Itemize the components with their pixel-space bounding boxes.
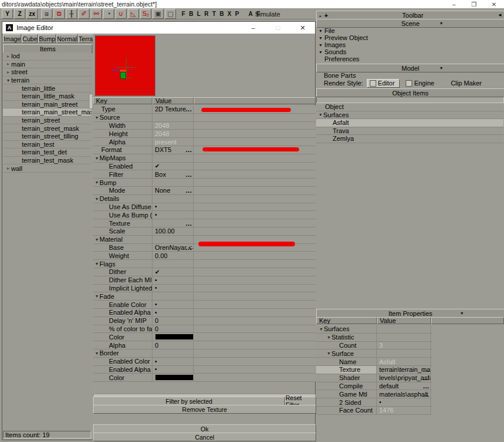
letter-button-7-P[interactable]: P xyxy=(233,9,241,18)
magnet-icon[interactable]: ∪ xyxy=(115,9,127,19)
chevron-down-icon[interactable]: ▼ xyxy=(94,351,100,355)
clip-maker-item[interactable]: Clip Maker xyxy=(451,80,482,87)
property-row-use-as-bump-r2-[interactable]: Use As Bump (R2)• xyxy=(93,211,316,219)
property-value[interactable]: OrenNayar <->… xyxy=(152,244,194,252)
reset-filter-button[interactable]: Reset Filter xyxy=(285,397,316,405)
property-value[interactable] xyxy=(152,114,194,121)
property-value[interactable]: • xyxy=(152,301,194,308)
property-row-bump[interactable]: ▼Bump xyxy=(93,179,316,187)
tree-item-terrain_little[interactable]: terrain_little xyxy=(3,84,91,93)
scene-section-header[interactable]: Scene ▼ xyxy=(316,19,504,28)
property-value[interactable] xyxy=(152,374,194,381)
property-row-dither-each-mip[interactable]: Dither Each MIP• xyxy=(93,276,316,285)
ellipsis-button[interactable]: … xyxy=(185,170,192,178)
tree-item-terrain_main_street_mask[interactable]: terrain_main_street_mask xyxy=(3,108,91,117)
chevron-down-icon[interactable]: ▼ xyxy=(326,351,331,355)
ellipsis-button[interactable]: … xyxy=(185,146,192,154)
axis-button-zx[interactable]: zx xyxy=(26,9,38,19)
tab-bump[interactable]: Bump xyxy=(38,34,55,43)
tree-item-lod[interactable]: ►lod xyxy=(3,52,91,61)
property-value[interactable] xyxy=(152,195,194,203)
property-value[interactable]: terrain\terrain_main_… xyxy=(377,366,431,374)
ellipsis-button[interactable]: … xyxy=(185,105,192,113)
property-row-color[interactable]: Color xyxy=(93,333,316,341)
snap-grid-icon[interactable]: ╂ xyxy=(66,9,77,19)
property-row-texture[interactable]: Textureterrain\terrain_main_… xyxy=(316,366,432,374)
chevron-down-icon[interactable]: ▼ xyxy=(94,156,100,160)
chevron-down-icon[interactable]: ▼ xyxy=(318,113,323,117)
mirror-plane-icon[interactable]: ◺ xyxy=(128,9,139,19)
restore-icon[interactable]: ❐ xyxy=(464,0,484,8)
property-row-face-count[interactable]: Face Count1476 xyxy=(316,407,432,415)
ellipsis-button[interactable]: … xyxy=(423,390,429,398)
ok-button[interactable]: Ok xyxy=(93,424,316,433)
close-icon[interactable]: ✕ xyxy=(484,0,504,8)
ellipsis-button[interactable]: … xyxy=(423,374,429,382)
panel-plus-icon[interactable]: + xyxy=(321,12,328,19)
letter-button-3-R[interactable]: R xyxy=(203,9,210,18)
property-value[interactable]: 1476 xyxy=(377,407,431,414)
property-row-enabled[interactable]: Enabled✔ xyxy=(93,163,316,171)
property-value[interactable]: 100.00 xyxy=(152,227,194,235)
tree-scrollbar-thumb[interactable] xyxy=(89,94,93,109)
object-items-filter-strip[interactable] xyxy=(316,97,504,103)
chevron-down-icon[interactable]: ▼ xyxy=(319,327,324,331)
filter-by-selected-button[interactable]: Filter by selected xyxy=(93,397,285,405)
chevron-down-icon[interactable]: ▼ xyxy=(460,311,464,315)
property-value[interactable]: • xyxy=(152,211,194,219)
property-row-delay-n-mip[interactable]: Delay 'n' MIP0 xyxy=(93,317,316,325)
bone-parts-item[interactable]: Bone Parts xyxy=(324,72,356,79)
letter-button-2-L[interactable]: L xyxy=(195,9,203,18)
property-value[interactable]: • xyxy=(152,203,194,211)
axis-button-y[interactable]: Y xyxy=(2,9,13,19)
chevron-down-icon[interactable]: ▼ xyxy=(94,197,100,201)
property-value[interactable] xyxy=(152,154,194,162)
model-section-header[interactable]: Model ▼ xyxy=(316,64,504,72)
property-value[interactable] xyxy=(377,325,431,333)
property-value[interactable]: 0.00 xyxy=(152,252,194,259)
property-row-alpha[interactable]: Alphapresent xyxy=(93,138,316,146)
property-value[interactable] xyxy=(152,179,194,186)
property-value[interactable]: 2048 xyxy=(152,122,194,130)
property-value[interactable]: levels\pripyat_asfalt… xyxy=(377,374,431,382)
ellipsis-button[interactable]: … xyxy=(185,219,192,227)
property-value[interactable]: ✔ xyxy=(152,268,194,276)
property-value[interactable]: Box… xyxy=(152,170,194,178)
property-row-enabled-alpha[interactable]: Enabled Alpha• xyxy=(93,366,316,374)
property-row-enable-color[interactable]: Enable Color• xyxy=(93,301,316,309)
item-properties-header[interactable]: Item Properties ▼ xyxy=(316,309,504,318)
property-value[interactable] xyxy=(152,260,194,268)
object-item-asfalt[interactable]: Asfalt xyxy=(316,119,503,127)
property-value[interactable] xyxy=(152,333,194,341)
scene-item-preview-object[interactable]: ▼Preview Object xyxy=(316,34,503,41)
tree-item-terrain_test_mask[interactable]: terrain_test_mask xyxy=(3,157,91,165)
property-row-2-sided[interactable]: 2 Sided• xyxy=(316,398,432,407)
property-row-flags[interactable]: ▼Flags xyxy=(93,260,316,268)
chain-icon[interactable]: ⚯ xyxy=(91,9,102,19)
color-swatch[interactable] xyxy=(155,375,193,380)
tree-item-terrain_street[interactable]: terrain_street xyxy=(3,117,91,125)
tree-item-wall[interactable]: ►wall xyxy=(3,164,91,173)
property-value[interactable]: 2D Texture… xyxy=(152,105,194,113)
property-value[interactable]: materials\asphalt… xyxy=(377,390,431,398)
property-value[interactable]: • xyxy=(152,276,194,284)
property-value[interactable]: … xyxy=(152,219,194,227)
tab-image[interactable]: Image xyxy=(3,34,21,43)
knife-icon[interactable]: ✐ xyxy=(78,9,89,19)
property-value[interactable]: present xyxy=(152,138,194,146)
property-value[interactable]: • xyxy=(152,358,194,365)
property-row-implicit-lighted[interactable]: Implicit Lighted• xyxy=(93,285,316,293)
tree-item-street[interactable]: ►street xyxy=(3,68,91,77)
property-row-mipmaps[interactable]: ▼MipMaps xyxy=(93,154,316,163)
property-row-texture[interactable]: Texture… xyxy=(93,219,316,227)
property-value[interactable] xyxy=(152,349,194,357)
tab-normal[interactable]: Normal xyxy=(57,34,78,43)
property-row-statistic[interactable]: ▼Statistic xyxy=(316,334,432,342)
panel-collapse-icon[interactable]: ◄ xyxy=(498,12,504,18)
chevron-down-icon[interactable]: ▼ xyxy=(439,66,443,70)
property-row-scale[interactable]: Scale100.00 xyxy=(93,227,316,236)
property-value[interactable]: None… xyxy=(152,187,194,194)
ellipsis-button[interactable]: … xyxy=(423,382,429,390)
object-item-object[interactable]: Object xyxy=(316,103,503,111)
spring-icon[interactable]: S₂ xyxy=(140,9,151,19)
